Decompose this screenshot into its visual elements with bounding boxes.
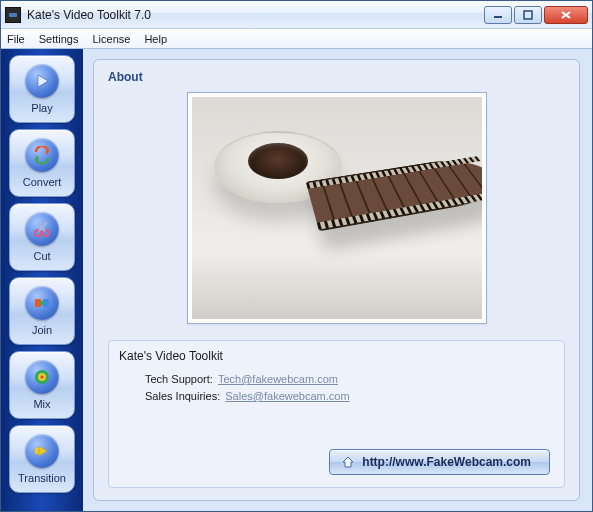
support-label: Tech Support: [145, 373, 213, 385]
play-icon [25, 64, 59, 98]
sales-label: Sales Inquiries: [145, 390, 220, 402]
nav-mix[interactable]: Mix [9, 351, 75, 419]
nav-play[interactable]: Play [9, 55, 75, 123]
titlebar[interactable]: Kate's Video Toolkit 7.0 [1, 1, 592, 29]
website-label: http://www.FakeWebcam.com [362, 455, 531, 469]
app-icon [5, 7, 21, 23]
nav-cut[interactable]: Cut [9, 203, 75, 271]
about-panel: About Kate's Video Toolkit Tech Support:… [93, 59, 580, 501]
nav-join[interactable]: Join [9, 277, 75, 345]
svg-marker-19 [343, 457, 353, 467]
minimize-icon [493, 10, 503, 20]
nav-label: Join [32, 324, 52, 336]
transition-icon [25, 434, 59, 468]
nav-convert[interactable]: Convert [9, 129, 75, 197]
svg-rect-1 [524, 11, 532, 19]
join-icon [25, 286, 59, 320]
panel-title: About [108, 70, 565, 84]
support-email-link[interactable]: Tech@fakewebcam.com [218, 373, 338, 385]
svg-rect-13 [40, 301, 44, 305]
nav-label: Play [31, 102, 52, 114]
sales-row: Sales Inquiries: Sales@fakewebcam.com [145, 390, 554, 402]
svg-point-16 [41, 376, 44, 379]
window-title: Kate's Video Toolkit 7.0 [27, 8, 484, 22]
nav-transition[interactable]: Transition [9, 425, 75, 493]
close-icon [560, 10, 572, 20]
nav-label: Transition [18, 472, 66, 484]
maximize-button[interactable] [514, 6, 542, 24]
menu-file[interactable]: File [7, 33, 25, 45]
maximize-icon [523, 10, 533, 20]
film-reel-image [192, 97, 482, 319]
mix-icon [25, 360, 59, 394]
home-icon [342, 456, 354, 468]
content-area: About Kate's Video Toolkit Tech Support:… [83, 49, 592, 511]
svg-marker-4 [38, 75, 48, 87]
menu-license[interactable]: License [92, 33, 130, 45]
menu-settings[interactable]: Settings [39, 33, 79, 45]
about-image [187, 92, 487, 324]
sales-email-link[interactable]: Sales@fakewebcam.com [225, 390, 349, 402]
body: Play Convert Cut Join [1, 49, 592, 511]
svg-marker-18 [39, 446, 47, 456]
convert-icon [25, 138, 59, 172]
cut-icon [25, 212, 59, 246]
product-name: Kate's Video Toolkit [119, 349, 554, 363]
menu-help[interactable]: Help [144, 33, 167, 45]
close-button[interactable] [544, 6, 588, 24]
about-info: Kate's Video Toolkit Tech Support: Tech@… [108, 340, 565, 488]
minimize-button[interactable] [484, 6, 512, 24]
app-window: Kate's Video Toolkit 7.0 File Settings L… [0, 0, 593, 512]
website-button[interactable]: http://www.FakeWebcam.com [329, 449, 550, 475]
nav-label: Convert [23, 176, 62, 188]
support-row: Tech Support: Tech@fakewebcam.com [145, 373, 554, 385]
nav-label: Mix [33, 398, 50, 410]
window-controls [484, 6, 588, 24]
menubar: File Settings License Help [1, 29, 592, 49]
nav-label: Cut [33, 250, 50, 262]
sidebar: Play Convert Cut Join [1, 49, 83, 511]
svg-rect-17 [35, 448, 39, 454]
